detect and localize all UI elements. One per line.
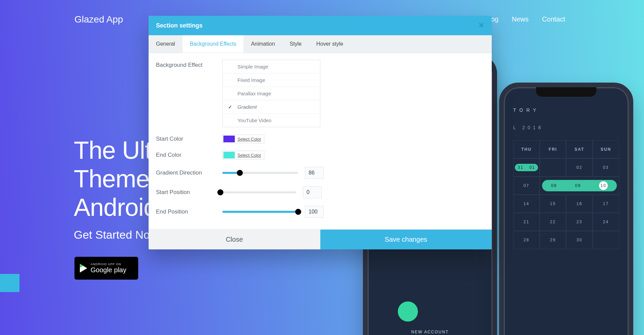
cal-pill: 31 01 [515, 164, 538, 171]
cal-cell: 31 01 [513, 158, 540, 177]
nav-item-contact[interactable]: Contact [542, 15, 565, 23]
google-play-badge[interactable]: ANDROID APP ON Google play [74, 257, 138, 280]
modal-footer: Close Save changes [149, 229, 492, 249]
modal-body: Background Effect Simple Image Fixed Ima… [149, 53, 492, 229]
start-position-slider[interactable] [220, 191, 296, 193]
label-gradient-direction: Gradient Direction [156, 170, 222, 176]
cal-cell: 07 [513, 177, 540, 195]
phone2-screen: TORY L 2018 THU FRI SAT SUN 31 01 02 03 [504, 87, 629, 335]
select-color-link[interactable]: Select Color [237, 153, 261, 158]
modal-tabs: General Background Effects Animation Sty… [149, 35, 492, 53]
label-background-effect: Background Effect [156, 60, 222, 68]
cal-cell: 14 [513, 195, 540, 213]
phone1-new-account: NEW ACCOUNT [404, 326, 456, 335]
section-settings-modal: Section settings ✕ General Background Ef… [149, 16, 492, 249]
cal-cell: 02 [566, 158, 593, 177]
gradient-direction-value[interactable]: 86 [305, 167, 324, 179]
cal-val: 09 [575, 183, 581, 188]
close-icon[interactable]: ✕ [478, 21, 484, 30]
slider-knob[interactable] [237, 170, 243, 176]
cal-cell [540, 158, 566, 177]
tab-style[interactable]: Style [282, 35, 309, 53]
cal-val: 08 [551, 183, 557, 188]
cal-cell: 16 [566, 195, 593, 213]
label-end-color: End Color [156, 152, 222, 158]
slider-knob[interactable] [295, 209, 301, 215]
gradient-direction-slider[interactable] [222, 172, 298, 174]
brand-title[interactable]: Glazed App [74, 14, 123, 25]
phone2-sub: L 2018 [513, 125, 619, 130]
label-end-position: End Position [156, 208, 222, 215]
cal-cell: 03 [593, 158, 619, 177]
nav-item-news[interactable]: News [512, 15, 529, 23]
google-play-big: Google play [91, 266, 126, 274]
hero-subhead: Get Started No [74, 228, 150, 241]
phone-mockup-right: TORY L 2018 THU FRI SAT SUN 31 01 02 03 [499, 83, 633, 335]
cal-head: THU [513, 140, 540, 158]
cal-cell: 23 [566, 213, 593, 231]
modal-title: Section settings [156, 22, 203, 29]
cal-cell: 08 09 10 [540, 177, 619, 195]
slider-knob[interactable] [217, 189, 223, 195]
end-position-slider[interactable] [222, 211, 298, 213]
option-gradient[interactable]: Gradient [223, 100, 320, 114]
option-parallax-image[interactable]: Parallax Image [223, 87, 320, 100]
option-simple-image[interactable]: Simple Image [223, 60, 320, 74]
start-color-picker[interactable]: Select Color [222, 135, 264, 143]
option-fixed-image[interactable]: Fixed Image [223, 74, 320, 87]
tab-animation[interactable]: Animation [244, 35, 282, 53]
background-effect-list: Simple Image Fixed Image Parallax Image … [222, 60, 320, 127]
cal-cell: 22 [540, 213, 566, 231]
top-nav: log News Contact [489, 15, 565, 23]
cal-cell: 28 [513, 231, 540, 249]
slider-fill [222, 211, 298, 213]
end-color-picker[interactable]: Select Color [222, 151, 264, 159]
cal-cell: 29 [540, 231, 566, 249]
phone2-title: TORY [513, 107, 619, 113]
left-tab-handle[interactable] [0, 274, 19, 292]
start-color-swatch [223, 136, 235, 142]
google-play-text: ANDROID APP ON Google play [91, 263, 126, 274]
cal-head: FRI [540, 140, 566, 158]
cal-dot: 10 [599, 181, 608, 190]
green-circle [398, 301, 418, 322]
tab-hover-style[interactable]: Hover style [309, 35, 351, 53]
cal-head: SUN [593, 140, 619, 158]
cal-val: 01 [529, 165, 535, 170]
cal-cell: 30 [566, 231, 593, 249]
cal-head: SAT [566, 140, 593, 158]
save-changes-button[interactable]: Save changes [320, 230, 492, 249]
cal-cell: 24 [593, 213, 619, 231]
select-color-link[interactable]: Select Color [237, 137, 261, 142]
calendar-grid: THU FRI SAT SUN 31 01 02 03 07 [513, 140, 619, 249]
tab-general[interactable]: General [149, 35, 182, 53]
cal-cell [593, 231, 619, 249]
label-start-position: Start Position [156, 189, 222, 196]
cal-cell: 15 [540, 195, 566, 213]
close-button[interactable]: Close [149, 230, 320, 249]
play-icon [80, 264, 87, 273]
end-position-value[interactable]: 100 [305, 206, 324, 218]
tab-background-effects[interactable]: Background Effects [182, 35, 244, 53]
label-start-color: Start Color [156, 136, 222, 142]
cal-cell: 17 [593, 195, 619, 213]
google-play-small: ANDROID APP ON [91, 263, 126, 266]
start-position-value[interactable]: 0 [303, 186, 322, 198]
cal-val: 31 [518, 165, 523, 170]
cal-cell: 21 [513, 213, 540, 231]
cal-pill: 08 09 10 [542, 180, 617, 191]
end-color-swatch [223, 152, 235, 158]
option-youtube-video[interactable]: YouTube Video [223, 114, 320, 127]
modal-header: Section settings ✕ [149, 16, 492, 35]
